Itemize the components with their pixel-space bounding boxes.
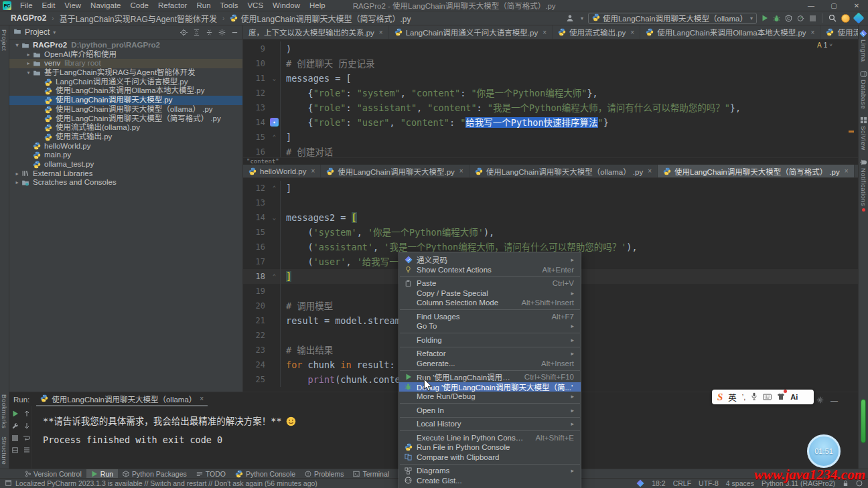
gear-icon[interactable] [218, 29, 226, 36]
context-menu-item[interactable]: Copy / Paste Special▸ [399, 289, 581, 299]
close-icon[interactable]: × [630, 29, 634, 36]
breadcrumb-item[interactable]: 基于LangChain实现RAG与Agent智能体开发 [60, 13, 217, 24]
context-menu-item[interactable]: Execute Line in Python ConsoleAlt+Shift+… [399, 433, 581, 443]
skin-icon[interactable] [777, 391, 785, 403]
tree-row[interactable]: 使用流式输出(ollama).py [9, 123, 242, 133]
status-item[interactable]: 4 spaces [726, 479, 754, 487]
chevron-right-icon[interactable]: ▸ [25, 50, 32, 60]
stop-button[interactable] [12, 435, 18, 441]
lingma-button[interactable] [855, 14, 863, 22]
keyboard-icon[interactable] [763, 391, 772, 403]
context-menu-item[interactable]: Run File in Python Console [399, 442, 581, 453]
close-icon[interactable]: × [459, 167, 463, 175]
run-button[interactable] [762, 15, 768, 21]
context-menu-item[interactable]: Open In▸ [399, 406, 581, 416]
tree-row[interactable]: main.py [9, 151, 242, 160]
chevron-down-icon[interactable]: ▾ [53, 29, 56, 35]
context-menu-item[interactable]: Column Selection ModeAlt+Shift+Insert [399, 298, 581, 308]
menu-window[interactable]: Window [268, 0, 305, 11]
code-line[interactable]: 15⌃] [243, 130, 858, 145]
next-occurrence-button[interactable] [23, 422, 30, 429]
status-item[interactable]: UTF-8 [699, 479, 719, 487]
editor-tab[interactable]: LangChain调用通义千问大语言模型.py× [389, 25, 553, 39]
code-line[interactable]: 12 {"role": "system", "content": "你是一个Py… [243, 86, 858, 100]
tree-row[interactable]: helloWorld.py [9, 142, 242, 151]
editor-tab[interactable]: 使用LangChain来调用Ollama本地大模型.py× [640, 25, 820, 39]
tree-row[interactable]: ▸External Libraries [9, 169, 242, 179]
collapse-icon[interactable] [193, 29, 200, 36]
tool-strip-project[interactable]: Project [1, 25, 8, 55]
tool-strip-lingma[interactable]: Lingma [859, 25, 867, 66]
tree-row[interactable]: ▸Scratches and Consoles [9, 178, 242, 187]
fold-close-icon[interactable]: ⌃ [269, 269, 281, 284]
minus-icon[interactable] [231, 29, 238, 36]
tool-strip-notifications[interactable]: Notifications [860, 155, 867, 216]
expand-icon[interactable] [206, 29, 213, 36]
inspections-widget[interactable]: A 1 ˅ [817, 42, 833, 49]
context-menu-item[interactable]: Show Context ActionsAlt+Enter [399, 265, 581, 275]
tree-row[interactable]: ▸OpenAI库介绍和使用 [9, 50, 242, 60]
tree-row[interactable]: ▸venvlibrary root [9, 59, 242, 68]
tool-strip-sciview[interactable]: SciView [860, 112, 867, 154]
tree-row[interactable]: 使用LangChain调用聊天大模型（ollama） .py [9, 105, 242, 114]
context-menu-item[interactable]: Folding▸ [399, 335, 581, 345]
profiler-button[interactable] [797, 15, 805, 22]
code-line[interactable]: 12⌃] [243, 181, 858, 195]
tree-row[interactable]: ollama_test.py [9, 160, 242, 169]
locate-icon[interactable] [180, 29, 188, 36]
tree-row[interactable]: 使用流式输出.py [9, 133, 242, 142]
ime-lang-toggle[interactable]: 英 [728, 391, 737, 404]
editor-top[interactable]: A 1 ˅ 9)10# 创建聊天 历史记录11⌄messages = [12 {… [243, 39, 858, 157]
chevron-down-icon[interactable]: ▾ [25, 68, 32, 78]
code-line[interactable]: 14⌄messages2 = [ [243, 210, 858, 225]
context-menu-item[interactable]: Create Gist... [399, 476, 581, 486]
ime-ai-button[interactable]: Ai [790, 393, 798, 401]
code-line[interactable]: 10# 创建聊天 历史记录 [243, 56, 858, 71]
ime-punctuation-toggle[interactable]: ’, [742, 393, 746, 401]
microphone-icon[interactable] [751, 391, 757, 403]
run-settings-button[interactable] [11, 422, 19, 430]
status-item[interactable]: CRLF [673, 479, 691, 487]
console-options-button[interactable] [23, 446, 30, 453]
menu-navigate[interactable]: Navigate [86, 0, 125, 11]
menu-tools[interactable]: Tools [216, 0, 243, 11]
project-panel-title[interactable]: Project [25, 27, 50, 37]
tree-row[interactable]: ▾RAGPro2D:\python_pro\RAGPro2 [9, 41, 242, 50]
close-icon[interactable]: × [542, 29, 547, 36]
gear-icon[interactable] [816, 394, 824, 406]
breadcrumb-item[interactable]: 使用LangChain调用聊天大模型（简写格式）.py [240, 13, 411, 24]
tool-window-button-todo[interactable]: TODO [192, 469, 230, 478]
debug-button[interactable] [773, 15, 780, 22]
code-line[interactable]: 13 {"role": "assistant", "content": "我是一… [243, 100, 858, 115]
tool-window-button-python-packages[interactable]: Python Packages [118, 469, 192, 478]
recorder-scrollbar[interactable] [861, 399, 866, 443]
tool-window-button-problems[interactable]: Problems [300, 469, 348, 478]
code-line[interactable]: 14✦ {"role": "user", "content": "给我写一个Py… [243, 115, 858, 130]
rerun-button[interactable] [12, 410, 19, 417]
tool-strip-database[interactable]: Database [860, 66, 867, 113]
fold-open-icon[interactable]: ⌄ [269, 71, 281, 86]
tree-row[interactable]: 使用LangChain来调用Ollama本地大模型.py [9, 86, 242, 96]
close-icon[interactable]: × [200, 395, 204, 402]
context-menu-item[interactable]: PasteCtrl+V [399, 278, 581, 289]
context-menu-item[interactable]: Refactor▸ [399, 349, 581, 359]
fold-open-icon[interactable]: ⌄ [269, 210, 281, 225]
prev-occurrence-button[interactable] [23, 410, 30, 417]
status-item[interactable]: 18:2 [652, 479, 665, 487]
chevron-down-icon[interactable]: ▾ [13, 41, 21, 50]
tree-row[interactable]: 使用LangChain调用聊天大模型.py [9, 96, 242, 105]
menu-code[interactable]: Code [125, 0, 153, 11]
editor-tab[interactable]: 使用LangChain调用聊天大模型.py× [321, 165, 469, 177]
editor-tab[interactable]: helloWorld.py× [243, 165, 321, 177]
fold-close-icon[interactable]: ⌃ [269, 130, 281, 145]
editor-tab[interactable]: 度，上下文以及大模型输出的关系.py× [243, 25, 389, 39]
ai-assistant-icon[interactable]: ✦ [270, 118, 279, 127]
fold-close-icon[interactable]: ⌃ [269, 181, 281, 195]
menu-file[interactable]: File [15, 0, 38, 11]
code-line[interactable]: 15 ('system', '你是一个Python编程大师'), [243, 225, 858, 240]
context-menu-item[interactable]: 通义灵码▸ [399, 255, 581, 265]
menu-refactor[interactable]: Refactor [153, 0, 192, 11]
context-menu-item[interactable]: Generate...Alt+Insert [399, 359, 581, 369]
context-menu-item[interactable]: Find UsagesAlt+F7 [399, 312, 581, 322]
chevron-right-icon[interactable]: ▸ [13, 169, 21, 179]
